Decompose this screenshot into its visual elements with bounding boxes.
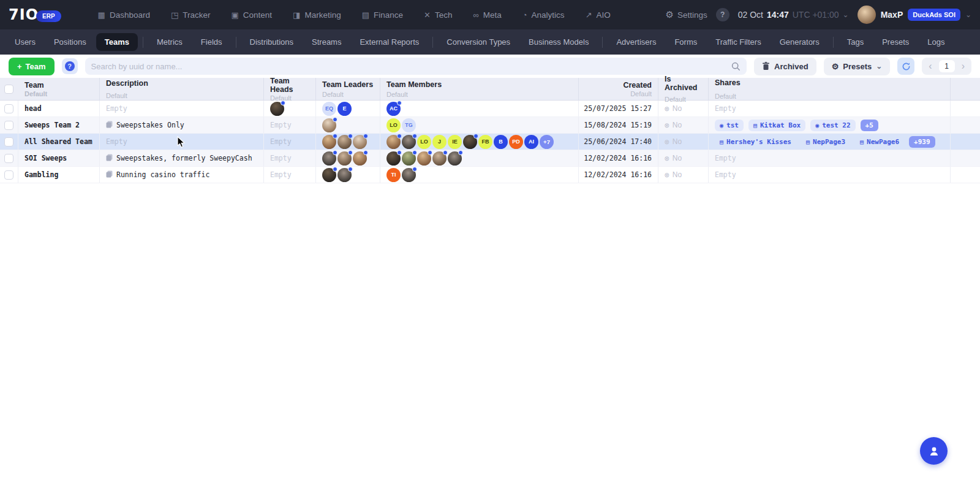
nav-item-label: AIO bbox=[597, 10, 611, 20]
member-avatar bbox=[322, 151, 336, 166]
refresh-button[interactable] bbox=[897, 58, 914, 75]
tab-traffic-filters[interactable]: Traffic Filters bbox=[707, 33, 769, 51]
nav-item-meta[interactable]: ∞Meta bbox=[473, 10, 501, 20]
row-checkbox[interactable] bbox=[4, 104, 13, 113]
time-label: 14:47 bbox=[767, 10, 789, 20]
nav-item-dashboard[interactable]: ▦Dashboard bbox=[98, 10, 150, 20]
tab-external-reports[interactable]: External Reports bbox=[351, 33, 428, 51]
header-checkbox-cell bbox=[0, 78, 18, 100]
share-chip[interactable]: ▤NepPage3 bbox=[801, 136, 850, 148]
team-name-cell: Gambling bbox=[18, 167, 100, 183]
column-header-team[interactable]: TeamDefault bbox=[18, 78, 100, 100]
empty-label: Empty bbox=[270, 137, 292, 146]
column-header-team-leaders[interactable]: Team LeadersDefault bbox=[316, 78, 380, 100]
nav-item-tech[interactable]: ✕Tech bbox=[424, 10, 452, 20]
next-page-button[interactable]: › bbox=[959, 61, 968, 71]
row-checkbox[interactable] bbox=[4, 121, 13, 130]
table-row[interactable]: All Sheared TeamEmptyEmptyLOJIEFBBPDAI+7… bbox=[0, 134, 980, 150]
more-shares-badge[interactable]: +939 bbox=[909, 136, 935, 148]
team-leaders-cell bbox=[316, 167, 380, 183]
add-user-fab[interactable] bbox=[920, 437, 948, 465]
team-name-cell: head bbox=[18, 101, 100, 116]
tab-fields[interactable]: Fields bbox=[192, 33, 231, 51]
table-row[interactable]: GamblingRunning casino trafficEmptyTI12/… bbox=[0, 167, 980, 183]
column-title: Description bbox=[106, 79, 257, 88]
tab-metrics[interactable]: Metrics bbox=[148, 33, 191, 51]
column-header-team-members[interactable]: Team MembersDefault bbox=[380, 78, 579, 100]
row-checkbox-cell bbox=[0, 167, 18, 183]
tab-forms[interactable]: Forms bbox=[666, 33, 706, 51]
member-initials-badge: LO bbox=[417, 135, 431, 149]
share-chip[interactable]: ◉test 22 bbox=[810, 120, 855, 131]
help-icon[interactable]: ? bbox=[716, 8, 729, 21]
share-chip[interactable]: ▤Hershey's Kisses bbox=[715, 136, 796, 148]
presets-button[interactable]: ⚙ Presets ⌄ bbox=[824, 58, 891, 75]
search-input[interactable] bbox=[91, 62, 731, 71]
tab-streams[interactable]: Streams bbox=[303, 33, 350, 51]
share-chip[interactable]: ◉tst bbox=[715, 120, 744, 131]
row-checkbox[interactable] bbox=[4, 154, 13, 163]
settings-button[interactable]: ⚙ Settings bbox=[665, 9, 707, 20]
row-checkbox-cell bbox=[0, 150, 18, 166]
share-chip[interactable]: ▤Kitkat Box bbox=[748, 120, 805, 131]
tab-distributions[interactable]: Distributions bbox=[241, 33, 303, 51]
share-chip[interactable]: ▤NewPage6 bbox=[855, 136, 904, 148]
tab-divider bbox=[143, 37, 143, 48]
nav-item-label: Analytics bbox=[532, 10, 565, 20]
column-header-is-archived[interactable]: Is ArchivedDefault bbox=[658, 78, 709, 100]
tab-generators[interactable]: Generators bbox=[771, 33, 828, 51]
created-cell: 12/02/2024 16:16 bbox=[579, 150, 658, 166]
tab-advertisers[interactable]: Advertisers bbox=[608, 33, 665, 51]
more-shares-badge[interactable]: +5 bbox=[861, 120, 878, 131]
table-row[interactable]: SOI SweepsSweepstakes, formerly SweepyCa… bbox=[0, 150, 980, 167]
nav-item-aio[interactable]: ↗AIO bbox=[586, 10, 611, 20]
tab-teams[interactable]: Teams bbox=[96, 33, 138, 51]
toolbar-help-button[interactable]: ? bbox=[62, 58, 78, 74]
nav-item-content[interactable]: ▣Content bbox=[232, 10, 273, 20]
circle-x-icon: ⊗ bbox=[665, 104, 669, 113]
user-menu[interactable]: MaxP DuckAds SOI ⌄ bbox=[858, 6, 971, 24]
nav-item-marketing[interactable]: ◨Marketing bbox=[293, 10, 341, 20]
tab-tags[interactable]: Tags bbox=[839, 33, 872, 51]
description-cell: Sweepstakes, formerly SweepyCash bbox=[100, 150, 264, 166]
table-row[interactable]: Sweeps Team 2Sweepstakes OnlyEmptyLOTG15… bbox=[0, 117, 980, 134]
archived-button[interactable]: Archived bbox=[754, 58, 816, 75]
tab-users[interactable]: Users bbox=[6, 33, 44, 51]
tab-presets[interactable]: Presets bbox=[873, 33, 918, 51]
member-initials-badge: B bbox=[494, 135, 508, 149]
tab-conversion-types[interactable]: Conversion Types bbox=[438, 33, 519, 51]
team-name-cell: All Sheared Team bbox=[18, 134, 100, 150]
column-title: Shares bbox=[715, 78, 944, 87]
select-all-checkbox[interactable] bbox=[4, 85, 13, 94]
nav-item-tracker[interactable]: ◳Tracker bbox=[171, 10, 211, 20]
row-checkbox[interactable] bbox=[4, 137, 13, 147]
team-name-cell: SOI Sweeps bbox=[18, 150, 100, 166]
member-initials-badge: AC bbox=[386, 102, 401, 116]
page-icon: ▤ bbox=[753, 122, 757, 129]
team-members-cell: LOTG bbox=[380, 117, 579, 133]
nav-item-finance[interactable]: ▤Finance bbox=[362, 10, 403, 20]
column-header-description[interactable]: DescriptionDefault bbox=[100, 78, 264, 100]
column-header-team-heads[interactable]: Team HeadsDefault bbox=[264, 78, 316, 100]
search-icon[interactable] bbox=[731, 62, 741, 71]
filler-cell bbox=[951, 134, 980, 150]
member-avatar bbox=[353, 151, 367, 166]
online-dot bbox=[473, 134, 478, 139]
nav-item-analytics[interactable]: ◔Analytics bbox=[522, 10, 565, 20]
table-row[interactable]: headEmptyEQEAC25/07/2025 15:27⊗NoEmpty bbox=[0, 101, 980, 117]
tab-logs[interactable]: Logs bbox=[919, 33, 953, 51]
column-header-created[interactable]: CreatedDefault bbox=[579, 78, 658, 100]
row-checkbox[interactable] bbox=[4, 170, 13, 180]
column-header-shares[interactable]: SharesDefault bbox=[709, 78, 951, 100]
tab-business-models[interactable]: Business Models bbox=[520, 33, 597, 51]
datetime-selector[interactable]: 02 Oct 14:47 UTC +01:00 ⌄ bbox=[738, 10, 849, 20]
team-heads-cell: Empty bbox=[264, 167, 316, 183]
online-dot bbox=[428, 150, 432, 155]
more-members-badge: +7 bbox=[540, 135, 554, 149]
filler-cell bbox=[951, 117, 980, 133]
empty-label: Empty bbox=[106, 104, 127, 113]
tab-positions[interactable]: Positions bbox=[45, 33, 95, 51]
prev-page-button[interactable]: ‹ bbox=[925, 61, 935, 71]
add-team-button[interactable]: + Team bbox=[9, 58, 55, 75]
app-logo[interactable]: 7IO ERP bbox=[9, 6, 61, 23]
